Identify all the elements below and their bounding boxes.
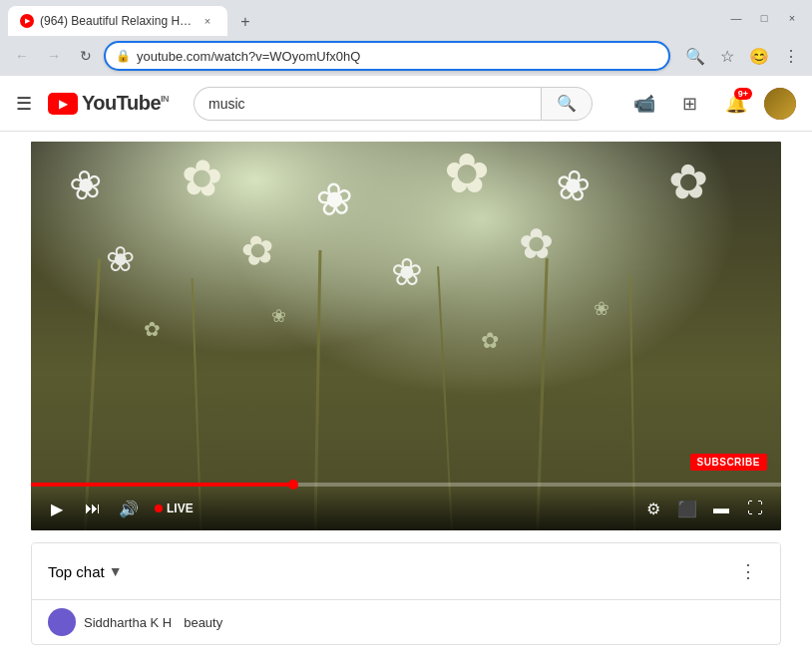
close-button[interactable]: × xyxy=(780,6,804,30)
youtube-header: ☰ YouTubeIN 🔍 📹 ⊞ 🔔 9+ xyxy=(0,76,812,132)
tab-strip: (964) Beautiful Relaxing Hymns... × + xyxy=(8,0,720,36)
chat-title: Top chat ▼ xyxy=(48,563,123,580)
chat-message-text: beauty xyxy=(184,615,222,630)
new-tab-button[interactable]: + xyxy=(231,8,259,36)
chat-message: Siddhartha K H beauty xyxy=(32,600,780,644)
fullscreen-button[interactable]: ⛶ xyxy=(741,495,769,522)
back-button[interactable]: ← xyxy=(8,42,36,70)
play-button[interactable]: ▶ xyxy=(43,495,71,522)
forward-button[interactable]: → xyxy=(40,42,68,70)
miniplayer-button[interactable]: ⬛ xyxy=(673,495,701,522)
reload-button[interactable]: ↻ xyxy=(72,42,100,70)
notification-badge: 9+ xyxy=(734,88,752,100)
search-input[interactable] xyxy=(194,87,541,121)
live-indicator: LIVE xyxy=(155,501,194,515)
active-tab[interactable]: (964) Beautiful Relaxing Hymns... × xyxy=(8,6,227,36)
browser-more-icon[interactable]: ⋮ xyxy=(778,43,804,69)
chat-more-button[interactable]: ⋮ xyxy=(732,555,764,587)
chat-username: Siddhartha K H xyxy=(84,615,172,630)
chat-avatar xyxy=(48,608,76,636)
chat-section: Top chat ▼ ⋮ Siddhartha K H beauty xyxy=(31,542,781,645)
minimize-button[interactable]: — xyxy=(724,6,748,30)
video-container: ❀ ✿ ❀ ✿ ❀ ✿ ❀ ✿ ❀ ✿ xyxy=(31,142,781,645)
address-right-actions: 🔍 ☆ 😊 ⋮ xyxy=(682,43,804,69)
lock-icon: 🔒 xyxy=(116,49,131,63)
window-controls: — □ × xyxy=(724,6,804,30)
video-player[interactable]: ❀ ✿ ❀ ✿ ❀ ✿ ❀ ✿ ❀ ✿ xyxy=(31,142,781,530)
search-page-icon[interactable]: 🔍 xyxy=(682,43,708,69)
chat-chevron-icon[interactable]: ▼ xyxy=(109,563,123,579)
tab-favicon xyxy=(20,14,34,28)
video-background: ❀ ✿ ❀ ✿ ❀ ✿ ❀ ✿ ❀ ✿ xyxy=(31,142,781,530)
user-avatar[interactable] xyxy=(764,88,796,120)
right-controls: ⚙ ⬛ ▬ ⛶ xyxy=(639,495,769,522)
bookmark-icon[interactable]: ☆ xyxy=(714,43,740,69)
youtube-logo[interactable]: YouTubeIN xyxy=(48,92,169,115)
volume-button[interactable]: 🔊 xyxy=(115,495,143,522)
upload-video-icon[interactable]: 📹 xyxy=(626,86,662,122)
subscribe-watermark[interactable]: SUBSCRIBE xyxy=(690,454,767,471)
maximize-button[interactable]: □ xyxy=(752,6,776,30)
avatar-image xyxy=(764,88,796,120)
search-button[interactable]: 🔍 xyxy=(541,87,593,121)
url-text: youtube.com/watch?v=WOyomUfx0hQ xyxy=(137,49,658,64)
youtube-logo-text: YouTubeIN xyxy=(82,92,169,115)
notifications-button[interactable]: 🔔 9+ xyxy=(718,86,754,122)
title-bar: (964) Beautiful Relaxing Hymns... × + — … xyxy=(0,0,812,36)
apps-grid-icon[interactable]: ⊞ xyxy=(672,86,708,122)
tab-close-button[interactable]: × xyxy=(200,13,215,29)
profile-emoji-icon[interactable]: 😊 xyxy=(746,43,772,69)
skip-button[interactable]: ⏭ xyxy=(79,495,107,522)
chat-header: Top chat ▼ ⋮ xyxy=(32,543,780,600)
settings-button[interactable]: ⚙ xyxy=(639,495,667,522)
browser-frame: (964) Beautiful Relaxing Hymns... × + — … xyxy=(0,0,812,664)
address-bar[interactable]: 🔒 youtube.com/watch?v=WOyomUfx0hQ xyxy=(104,41,670,71)
page-content: ☰ YouTubeIN 🔍 📹 ⊞ 🔔 9+ xyxy=(0,76,812,664)
video-thumbnail: ❀ ✿ ❀ ✿ ❀ ✿ ❀ ✿ ❀ ✿ xyxy=(31,142,781,530)
tab-title: (964) Beautiful Relaxing Hymns... xyxy=(40,14,194,28)
youtube-logo-icon xyxy=(48,93,78,115)
search-bar: 🔍 xyxy=(194,87,593,121)
live-dot xyxy=(155,504,163,512)
header-actions: 📹 ⊞ 🔔 9+ xyxy=(626,86,796,122)
address-bar-row: ← → ↻ 🔒 youtube.com/watch?v=WOyomUfx0hQ … xyxy=(0,36,812,76)
theater-button[interactable]: ▬ xyxy=(707,495,735,522)
hamburger-menu-icon[interactable]: ☰ xyxy=(16,93,32,115)
video-controls: ▶ ⏭ 🔊 LIVE ⚙ ⬛ ▬ ⛶ xyxy=(31,487,781,530)
